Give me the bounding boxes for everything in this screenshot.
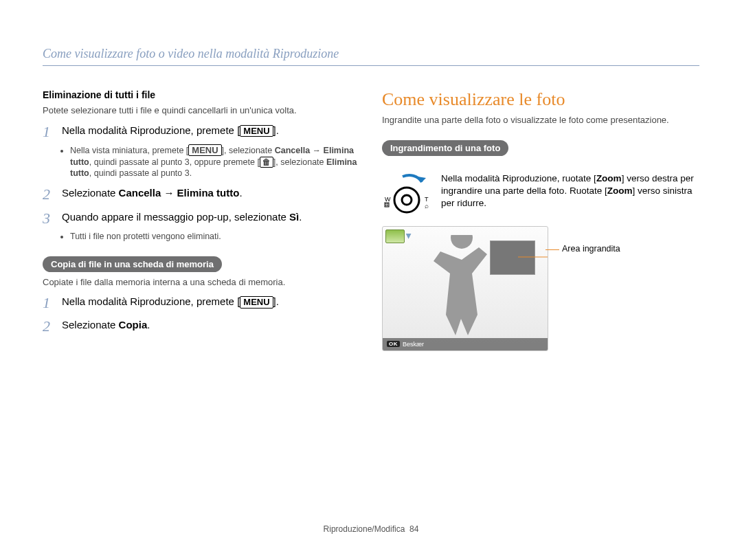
text: .: [299, 211, 302, 223]
svg-rect-4: [385, 203, 389, 207]
magnified-area-label: Area ingrandita: [562, 244, 620, 254]
subheading-copy: Copia di file in una scheda di memoria: [43, 256, 222, 272]
text: , quindi passate al punto 3, oppure prem…: [89, 157, 260, 167]
section-intro: Ingrandite una parte della foto o visual…: [382, 114, 699, 126]
camera-screen: ▶ OK Beskær: [382, 226, 548, 351]
step-number: 1: [43, 295, 55, 311]
note-item: Tutti i file non protetti vengono elimin…: [70, 231, 360, 243]
footer-text: Riproduzione/Modifica: [324, 524, 405, 534]
text: ].: [273, 295, 279, 307]
left-column: Eliminazione di tutti i file Potete sele…: [43, 89, 360, 351]
magnified-area-box: [490, 240, 535, 275]
step-body: Nella modalità Riproduzione, premete [ME…: [62, 295, 279, 311]
zoom-instruction-text: Nella modalità Riproduzione, ruotate [Zo…: [441, 172, 699, 216]
page-number: 84: [409, 524, 418, 534]
text: Quando appare il messaggio pop-up, selez…: [62, 211, 289, 223]
chevron-icon: ▶: [405, 234, 413, 239]
step-1: 1 Nella modalità Riproduzione, premete […: [43, 124, 360, 140]
step-number: 1: [43, 124, 55, 140]
step-number: 2: [43, 186, 55, 203]
bold-text: Cancella → Elimina tutto: [119, 187, 240, 199]
menu-button-label: MENU: [240, 296, 273, 309]
note-item: Nella vista miniatura, premete [MENU], s…: [70, 144, 360, 180]
svg-rect-7: [385, 205, 387, 206]
text: Selezionate: [62, 187, 119, 199]
step-body: Quando appare il messaggio pop-up, selez…: [62, 210, 302, 227]
step-body: Selezionate Cancella → Elimina tutto.: [62, 186, 243, 203]
text: .: [239, 187, 242, 199]
screen-preview-row: ▶ OK Beskær Area ingrandita: [382, 226, 699, 351]
svg-text:W: W: [385, 196, 391, 203]
svg-rect-6: [387, 203, 389, 205]
right-column: Come visualizzare le foto Ingrandite una…: [382, 89, 699, 351]
step-2: 2 Selezionate Cancella → Elimina tutto.: [43, 186, 360, 203]
text: .: [147, 319, 150, 331]
bold-text: Sì: [289, 211, 299, 223]
step-number: 3: [43, 210, 55, 227]
step-1-note: Nella vista miniatura, premete [MENU], s…: [70, 144, 360, 180]
manual-page: Come visualizzare foto o video nella mod…: [0, 0, 742, 560]
leader-line: [528, 257, 548, 258]
svg-rect-8: [387, 205, 389, 206]
dial-icon: W T ⌕: [382, 172, 431, 216]
svg-text:⌕: ⌕: [425, 202, 429, 210]
running-header: Come visualizzare foto o video nella mod…: [43, 47, 699, 66]
text: Nella vista miniatura, premete [: [70, 146, 188, 155]
bold-text: Copia: [119, 319, 148, 331]
zoom-instruction-row: W T ⌕ Nella modalità Riproduzione, ruota…: [382, 172, 699, 216]
menu-button-label: MENU: [240, 125, 273, 137]
copy-step-2: 2 Selezionate Copia.: [43, 318, 360, 335]
delete-all-description: Potete selezionare tutti i file e quindi…: [43, 104, 360, 117]
step-body: Nella modalità Riproduzione, premete [ME…: [62, 124, 279, 140]
section-title: Come visualizzare le foto: [382, 89, 699, 110]
trash-icon: 🗑: [260, 157, 273, 168]
step-3: 3 Quando appare il messaggio pop-up, sel…: [43, 210, 360, 227]
svg-point-10: [402, 195, 412, 205]
text: ], selezionate: [273, 157, 326, 167]
text: Selezionate: [62, 319, 119, 331]
subheading-zoom: Ingrandimento di una foto: [382, 140, 508, 156]
text: ], selezionate: [222, 146, 275, 155]
menu-button-label: MENU: [188, 144, 221, 157]
text: Nella modalità Riproduzione, premete [: [62, 124, 240, 136]
bold-text: Zoom: [607, 186, 633, 196]
text: ].: [273, 124, 279, 136]
bold-text: Zoom: [596, 173, 622, 183]
heading-delete-all: Eliminazione di tutti i file: [43, 89, 360, 100]
step-number: 2: [43, 318, 55, 335]
copy-step-1: 1 Nella modalità Riproduzione, premete […: [43, 295, 360, 311]
svg-rect-5: [385, 203, 387, 205]
screen-footer-label: Beskær: [403, 341, 424, 348]
thumbnail-icon: [385, 229, 405, 243]
screen-topbar: ▶: [385, 229, 412, 243]
ok-badge: OK: [387, 341, 400, 347]
text: Nella modalità Riproduzione, ruotate [: [441, 173, 596, 183]
step-3-note: Tutti i file non protetti vengono elimin…: [70, 231, 360, 243]
copy-description: Copiate i file dalla memoria interna a u…: [43, 276, 360, 289]
text: Nella modalità Riproduzione, premete [: [62, 295, 240, 307]
screen-footer: OK Beskær: [383, 338, 548, 350]
two-column-layout: Eliminazione di tutti i file Potete sele…: [43, 89, 699, 351]
svg-point-9: [394, 188, 419, 212]
page-footer: Riproduzione/Modifica 84: [0, 524, 742, 534]
step-body: Selezionate Copia.: [62, 318, 150, 335]
child-silhouette: [424, 235, 499, 338]
zoom-dial-illustration: W T ⌕: [382, 172, 431, 216]
text: , quindi passate al punto 3.: [89, 168, 192, 178]
